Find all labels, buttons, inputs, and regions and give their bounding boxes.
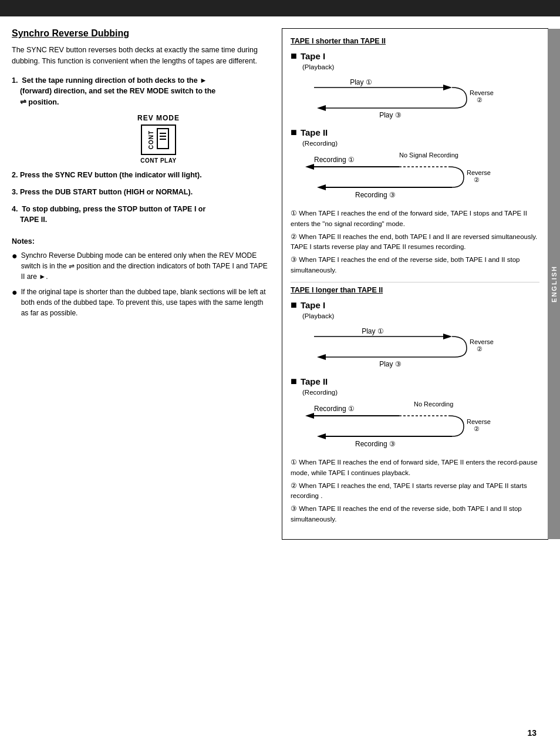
bullet-1: ● xyxy=(12,250,18,282)
switch-vert-label: CONT xyxy=(148,130,154,149)
rev-mode-diagram: REV MODE CONT CONT PLAY xyxy=(47,114,270,164)
tape3-diagram: Play ① Reverse ② Play ③ xyxy=(296,322,539,371)
tape2-heading: ■ Tape II xyxy=(291,126,539,139)
notes-title: Notes: xyxy=(12,237,270,245)
page-number: 13 xyxy=(527,728,537,738)
step3: 3. Press the DUB START button (HIGH or N… xyxy=(12,187,270,198)
svg-marker-34 xyxy=(317,433,326,439)
svg-text:Recording ①: Recording ① xyxy=(314,405,355,413)
note-text-2: If the original tape is shorter than the… xyxy=(21,287,270,318)
svg-text:②: ② xyxy=(477,345,483,352)
tape1-svg: Play ① Reverse ② Play ③ xyxy=(296,73,508,120)
svg-text:Reverse: Reverse xyxy=(470,89,494,96)
note1-3: ③ When TAPE I reaches the end of the rev… xyxy=(291,255,539,276)
tape3-sub: (Playback) xyxy=(302,312,539,319)
tape1-sub: (Playback) xyxy=(302,63,539,70)
cont-play-label: CONT PLAY xyxy=(47,157,270,164)
svg-text:Recording ③: Recording ③ xyxy=(355,191,396,199)
note1-2: ② When TAPE II reaches the end, both TAP… xyxy=(291,232,539,253)
step1: 1. Set the tape running direction of bot… xyxy=(12,75,270,108)
left-column: Synchro Reverse Dubbing The SYNC REV but… xyxy=(12,28,282,540)
svg-marker-24 xyxy=(317,354,326,360)
tape2-diagram: No Signal Recording Reverse ② Recording … xyxy=(296,149,539,204)
tape3-svg: Play ① Reverse ② Play ③ xyxy=(296,322,508,369)
tape4-sub: (Recording) xyxy=(302,389,539,396)
note1-1: ① When TAPE I reaches the end of the for… xyxy=(291,208,539,230)
svg-text:②: ② xyxy=(474,425,480,432)
tape1-diagram: Play ① Reverse ② Play ③ xyxy=(296,73,539,122)
svg-text:Reverse: Reverse xyxy=(467,418,491,425)
switch-rect xyxy=(157,128,169,149)
tape1-block: ■ Tape I (Playback) Play ① Reverse ② xyxy=(291,50,539,122)
svg-text:No Signal Recording: No Signal Recording xyxy=(399,152,458,159)
svg-marker-13 xyxy=(305,164,314,170)
svg-text:Reverse: Reverse xyxy=(470,338,494,345)
svg-text:Play ③: Play ③ xyxy=(379,360,402,368)
right-column: TAPE I shorter than TAPE II ■ Tape I (Pl… xyxy=(282,28,548,540)
english-bar: ENGLISH xyxy=(548,29,560,539)
svg-text:Play ③: Play ③ xyxy=(379,111,402,119)
note2-1: ① When TAPE II reaches the end of forwar… xyxy=(291,457,539,479)
tape2-svg: No Signal Recording Reverse ② Recording … xyxy=(296,149,508,202)
svg-text:Reverse: Reverse xyxy=(467,169,491,176)
section1-notes: ① When TAPE I reaches the end of the for… xyxy=(291,208,539,276)
tape4-diagram: No Recording Reverse ② Recording ① Recor… xyxy=(296,398,539,453)
step4: 4. To stop dubbing, press the STOP butto… xyxy=(12,204,270,226)
svg-text:Recording ①: Recording ① xyxy=(314,156,355,164)
svg-marker-16 xyxy=(317,184,326,190)
tape4-block: ■ Tape II (Recording) No Recording Rever… xyxy=(291,375,539,453)
note-item-1: ● Synchro Reverse Dubbing mode can be en… xyxy=(12,250,270,282)
section1-title: TAPE I shorter than TAPE II xyxy=(291,37,539,45)
svg-text:No Recording: No Recording xyxy=(414,401,453,408)
top-bar xyxy=(0,0,560,16)
note2-3: ③ When TAPE II reaches the end of the re… xyxy=(291,504,539,525)
bullet-2: ● xyxy=(12,287,18,318)
note-text-1: Synchro Reverse Dubbing mode can be ente… xyxy=(21,250,270,282)
svg-text:Play ①: Play ① xyxy=(350,78,372,86)
svg-marker-6 xyxy=(317,105,326,111)
section2-title: TAPE I longer than TAPE II xyxy=(291,286,539,294)
notes-section: Notes: ● Synchro Reverse Dubbing mode ca… xyxy=(12,237,270,318)
tape2-block: ■ Tape II (Recording) No Signal Recordin… xyxy=(291,126,539,204)
rev-mode-label: REV MODE xyxy=(47,114,270,122)
tape4-heading: ■ Tape II xyxy=(291,375,539,388)
svg-text:②: ② xyxy=(477,96,483,103)
tape3-block: ■ Tape I (Playback) Play ① Reverse ② Pla… xyxy=(291,299,539,371)
tape1-heading: ■ Tape I xyxy=(291,50,539,62)
svg-text:Recording ③: Recording ③ xyxy=(355,440,396,448)
note-item-2: ● If the original tape is shorter than t… xyxy=(12,287,270,318)
section2-notes: ① When TAPE II reaches the end of forwar… xyxy=(291,457,539,525)
svg-text:Play ①: Play ① xyxy=(362,327,384,335)
svg-marker-1 xyxy=(443,85,452,90)
svg-marker-31 xyxy=(305,413,314,419)
tape4-svg: No Recording Reverse ② Recording ① Recor… xyxy=(296,398,508,451)
svg-text:②: ② xyxy=(474,176,480,183)
note2-2: ② When TAPE I reaches the end, TAPE I st… xyxy=(291,481,539,502)
intro-text: The SYNC REV button reverses both decks … xyxy=(12,45,270,67)
english-label: ENGLISH xyxy=(551,265,558,302)
section-title: Synchro Reverse Dubbing xyxy=(12,28,270,39)
switch-box: CONT xyxy=(141,124,176,155)
tape2-sub: (Recording) xyxy=(302,140,539,147)
step2: 2. Press the SYNC REV button (the indica… xyxy=(12,170,270,181)
svg-marker-19 xyxy=(443,334,452,339)
tape3-heading: ■ Tape I xyxy=(291,299,539,311)
